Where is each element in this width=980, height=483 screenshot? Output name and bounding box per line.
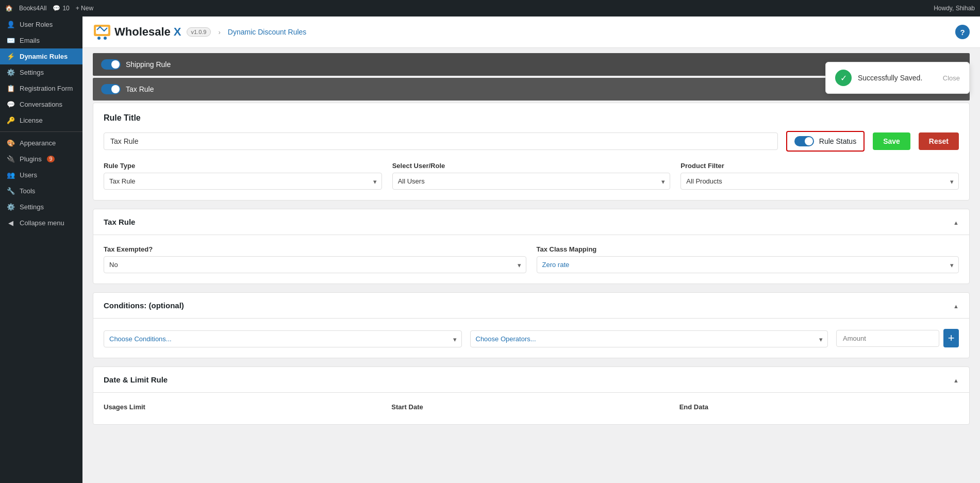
- reset-button[interactable]: Reset: [919, 132, 959, 150]
- license-icon: 🔑: [6, 116, 15, 124]
- tax-class-mapping-label: Tax Class Mapping: [537, 245, 959, 253]
- shipping-rule-label: Shipping Rule: [126, 60, 171, 69]
- sidebar: 👤 User Roles ✉️ Emails ⚡ Dynamic Rules ⚙…: [0, 16, 82, 483]
- shipping-toggle-slider: [101, 59, 121, 70]
- rule-status-box: Rule Status: [786, 131, 865, 152]
- date-limit-section-header[interactable]: Date & Limit Rule: [93, 367, 969, 393]
- tax-class-mapping-select[interactable]: Zero rate Standard rate Reduced rate: [537, 256, 959, 273]
- toast-close-button[interactable]: Close: [943, 74, 960, 82]
- usages-limit-label: Usages Limit: [104, 403, 383, 411]
- version-badge: v1.0.9: [187, 27, 211, 37]
- tax-rule-section-title: Tax Rule: [104, 218, 135, 226]
- rule-type-select[interactable]: Tax Rule Discount Rule Shipping Rule: [104, 173, 382, 190]
- product-filter-select[interactable]: All Products Specific Products Product C…: [680, 173, 959, 190]
- tax-exempted-label: Tax Exempted?: [104, 245, 526, 253]
- sidebar-label-wp-settings: Settings: [20, 203, 44, 211]
- tax-rule-section-body: Tax Exempted? No Yes ▾ Tax Class Mapping: [93, 235, 969, 284]
- admin-bar-site[interactable]: Books4All: [19, 5, 46, 12]
- svg-point-2: [97, 37, 101, 40]
- conditions-section-body: Choose Conditions... ▾ Choose Operators.…: [93, 319, 969, 358]
- tax-rule-label: Tax Rule: [126, 85, 154, 93]
- sidebar-label-registration-form: Registration Form: [20, 85, 73, 92]
- add-condition-button[interactable]: +: [943, 329, 959, 347]
- sidebar-label-license: License: [20, 116, 43, 124]
- sidebar-item-license[interactable]: 🔑 License: [0, 112, 82, 128]
- tax-exempted-select-wrapper: No Yes ▾: [104, 256, 526, 273]
- tax-rule-toggle[interactable]: [101, 84, 121, 94]
- tax-rule-section-header[interactable]: Tax Rule: [93, 209, 969, 235]
- content-area: Shipping Rule Tax Rule Rule Title Rule S…: [82, 53, 980, 443]
- usages-limit-group: Usages Limit: [104, 403, 383, 414]
- amount-add-group: +: [836, 329, 959, 347]
- sidebar-label-settings: Settings: [20, 69, 44, 76]
- rule-type-select-wrapper: Tax Rule Discount Rule Shipping Rule ▾: [104, 173, 382, 190]
- operators-group: Choose Operators... ▾: [470, 330, 828, 347]
- conditions-section-title: Conditions: (optional): [104, 301, 184, 310]
- sidebar-item-users[interactable]: 👥 Users: [0, 167, 82, 183]
- end-date-label: End Data: [679, 403, 959, 411]
- tax-exempted-select[interactable]: No Yes: [104, 256, 526, 273]
- conditions-choose-select[interactable]: Choose Conditions...: [104, 330, 462, 347]
- tax-rule-chevron-up: [953, 218, 959, 226]
- sidebar-label-user-roles: User Roles: [20, 21, 53, 28]
- site-name: Books4All: [19, 5, 46, 12]
- admin-bar-comments[interactable]: 💬 10: [53, 5, 69, 12]
- new-label: + New: [76, 5, 93, 12]
- tax-rule-fields: Tax Exempted? No Yes ▾ Tax Class Mapping: [104, 245, 959, 273]
- admin-bar-user: Howdy, Shihab: [934, 5, 975, 12]
- sidebar-item-appearance[interactable]: 🎨 Appearance: [0, 135, 82, 151]
- sidebar-label-plugins: Plugins: [20, 155, 42, 163]
- sidebar-item-collapse[interactable]: ◀ Collapse menu: [0, 215, 82, 231]
- operators-select-wrapper: Choose Operators... ▾: [470, 330, 828, 347]
- sidebar-item-settings[interactable]: ⚙️ Settings: [0, 64, 82, 80]
- user-role-select-wrapper: All Users Wholesale Customer Registered …: [392, 173, 671, 190]
- user-role-select[interactable]: All Users Wholesale Customer Registered …: [392, 173, 671, 190]
- breadcrumb-dynamic-discount: Dynamic Discount Rules: [228, 28, 307, 36]
- rule-status-toggle[interactable]: [794, 136, 814, 146]
- svg-point-3: [104, 37, 107, 40]
- sidebar-item-dynamic-rules[interactable]: ⚡ Dynamic Rules: [0, 48, 82, 64]
- sidebar-item-wp-settings[interactable]: ⚙️ Settings: [0, 199, 82, 215]
- rule-title-input[interactable]: [104, 132, 778, 150]
- sidebar-label-emails: Emails: [20, 37, 40, 44]
- conditions-chevron-up: [953, 301, 959, 310]
- admin-bar: 🏠 Books4All 💬 10 + New Howdy, Shihab: [0, 0, 980, 16]
- sidebar-item-plugins[interactable]: 🔌 Plugins 9: [0, 151, 82, 167]
- tax-rule-section: Tax Rule Tax Exempted? No Yes ▾: [93, 209, 970, 284]
- sidebar-item-user-roles[interactable]: 👤 User Roles: [0, 16, 82, 32]
- save-button[interactable]: Save: [873, 132, 910, 150]
- product-filter-select-wrapper: All Products Specific Products Product C…: [680, 173, 959, 190]
- shipping-rule-toggle[interactable]: [101, 59, 121, 70]
- rule-status-label: Rule Status: [819, 137, 856, 145]
- sidebar-item-registration-form[interactable]: 📋 Registration Form: [0, 80, 82, 96]
- toast-message: Successfully Saved.: [858, 74, 937, 82]
- svg-rect-1: [96, 27, 108, 34]
- rule-title-section-label: Rule Title: [104, 113, 959, 123]
- rule-status-slider: [794, 136, 814, 146]
- logo-text-wholesale: Wholesale: [114, 25, 171, 39]
- sidebar-item-tools[interactable]: 🔧 Tools: [0, 183, 82, 199]
- rule-title-row: Rule Status Save Reset: [104, 131, 959, 152]
- operators-select[interactable]: Choose Operators...: [470, 330, 828, 347]
- settings-icon: ⚙️: [6, 69, 15, 76]
- rule-type-label: Rule Type: [104, 162, 382, 170]
- plugins-icon: 🔌: [6, 155, 15, 163]
- sidebar-item-conversations[interactable]: 💬 Conversations: [0, 96, 82, 112]
- sidebar-item-emails[interactable]: ✉️ Emails: [0, 32, 82, 48]
- tax-exempted-group: Tax Exempted? No Yes ▾: [104, 245, 526, 273]
- amount-input[interactable]: [836, 330, 939, 347]
- start-date-group: Start Date: [391, 403, 671, 414]
- plugin-logo: WholesaleX: [93, 23, 181, 41]
- rule-fields-row: Rule Type Tax Rule Discount Rule Shippin…: [104, 162, 959, 190]
- comment-count: 10: [62, 5, 69, 12]
- conditions-section-header[interactable]: Conditions: (optional): [93, 293, 969, 319]
- help-button[interactable]: ?: [955, 25, 970, 39]
- breadcrumb-arrow: ›: [218, 28, 220, 36]
- wp-settings-icon: ⚙️: [6, 203, 15, 211]
- admin-bar-new[interactable]: + New: [76, 5, 93, 12]
- toast-success-icon: ✓: [835, 70, 852, 86]
- user-role-group: Select User/Role All Users Wholesale Cus…: [392, 162, 671, 190]
- dynamic-rules-icon: ⚡: [6, 53, 15, 60]
- admin-bar-home[interactable]: 🏠: [5, 5, 13, 12]
- date-limit-section: Date & Limit Rule Usages Limit Start Dat…: [93, 367, 970, 425]
